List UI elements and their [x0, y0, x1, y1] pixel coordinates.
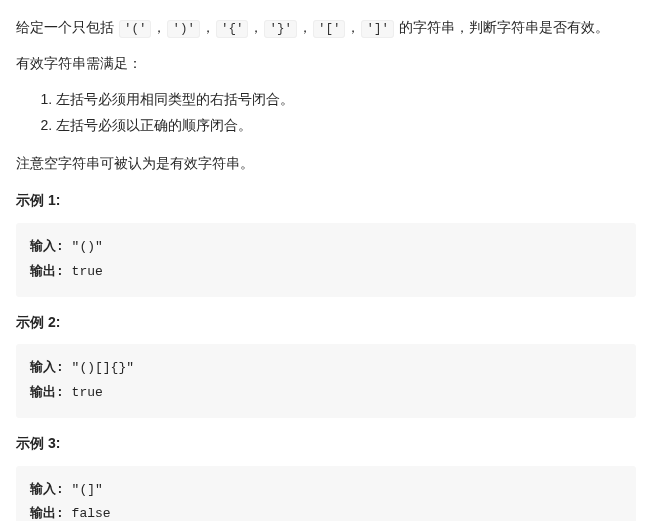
output-label: 输出:	[30, 264, 64, 279]
bracket-char: ']'	[361, 20, 394, 38]
input-label: 输入:	[30, 360, 64, 375]
bracket-char: '('	[119, 20, 152, 38]
output-label: 输出:	[30, 385, 64, 400]
bracket-char: '['	[313, 20, 346, 38]
valid-requirements-heading: 有效字符串需满足：	[16, 52, 636, 76]
bracket-char: '}'	[264, 20, 297, 38]
example-block: 输入: "(]" 输出: false	[16, 466, 636, 521]
empty-string-note: 注意空字符串可被认为是有效字符串。	[16, 152, 636, 176]
example-block: 输入: "()" 输出: true	[16, 223, 636, 296]
example-label: 示例 3:	[16, 432, 636, 456]
input-label: 输入:	[30, 482, 64, 497]
example-block: 输入: "()[]{}" 输出: true	[16, 344, 636, 417]
intro-line: 给定一个只包括 '('，')'，'{'，'}'，'['，']' 的字符串，判断字…	[16, 16, 636, 40]
rules-list: 左括号必须用相同类型的右括号闭合。左括号必须以正确的顺序闭合。	[16, 88, 636, 138]
output-label: 输出:	[30, 506, 64, 521]
bracket-char: ')'	[167, 20, 200, 38]
bracket-char: '{'	[216, 20, 249, 38]
input-label: 输入:	[30, 239, 64, 254]
example-label: 示例 2:	[16, 311, 636, 335]
example-label: 示例 1:	[16, 189, 636, 213]
rule-item: 左括号必须以正确的顺序闭合。	[56, 114, 636, 138]
rule-item: 左括号必须用相同类型的右括号闭合。	[56, 88, 636, 112]
